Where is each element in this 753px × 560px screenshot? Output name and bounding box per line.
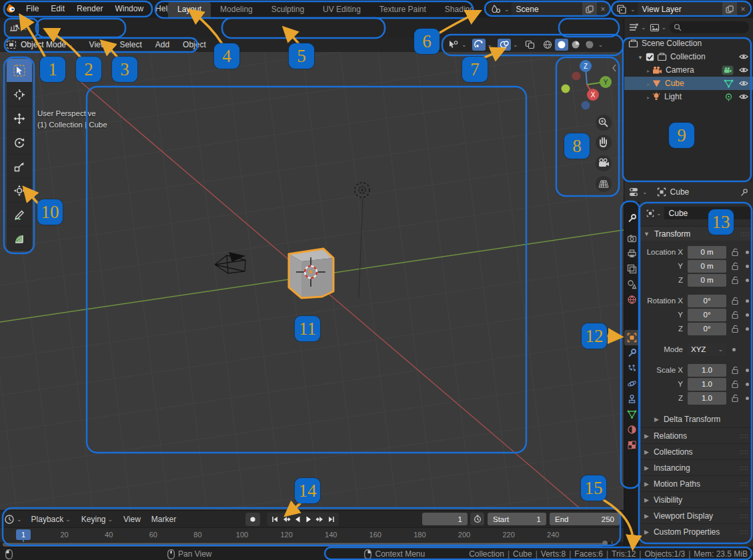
- transform-value-field[interactable]: 1.0: [688, 364, 726, 377]
- panel-instancing[interactable]: ▶Instancing::::: [640, 459, 753, 475]
- animate-dot-icon[interactable]: [746, 313, 749, 317]
- visibility-eye-icon[interactable]: [738, 79, 749, 88]
- mode-dropdown[interactable]: Object Mode⌄: [21, 40, 73, 49]
- panel-delta-transform[interactable]: ▶Delta Transform: [640, 411, 753, 427]
- object-name-field[interactable]: Cube: [664, 207, 751, 219]
- properties-tab-particles[interactable]: [624, 361, 640, 376]
- visibility-eye-icon[interactable]: [738, 92, 749, 101]
- jump-to-start-button[interactable]: [269, 513, 280, 525]
- scene-name[interactable]: Scene: [512, 2, 582, 16]
- properties-tab-texture[interactable]: [624, 437, 640, 453]
- transform-value-field[interactable]: 0°: [688, 295, 726, 307]
- animate-dot-icon[interactable]: [746, 251, 749, 254]
- outliner-row-cube[interactable]: ▸Cube: [624, 77, 753, 90]
- jump-to-end-button[interactable]: [325, 513, 337, 525]
- new-view-layer-button[interactable]: [722, 2, 737, 16]
- frame-end-field[interactable]: End250: [550, 513, 620, 525]
- outliner-display-mode-icon[interactable]: [650, 23, 660, 32]
- tool-scale-button[interactable]: [7, 155, 32, 179]
- use-preview-range-button[interactable]: [470, 513, 484, 525]
- timeline-menu-keying[interactable]: Keying⌄: [76, 515, 118, 524]
- lock-open-icon[interactable]: [730, 275, 740, 285]
- new-scene-button[interactable]: [582, 2, 597, 16]
- properties-tab-output[interactable]: [624, 246, 640, 261]
- viewport-3d[interactable]: User Perspective (1) Collection | Cube: [0, 52, 624, 510]
- current-frame-field[interactable]: 1: [422, 513, 468, 525]
- animate-dot-icon[interactable]: [746, 279, 749, 282]
- workspace-tab-sculpting[interactable]: Sculpting: [262, 1, 313, 18]
- properties-tab-material[interactable]: [624, 422, 640, 437]
- timeline-menu-playback[interactable]: Playback⌄: [26, 515, 76, 524]
- animate-dot-icon[interactable]: [746, 383, 749, 386]
- scene-icon[interactable]: [490, 4, 501, 15]
- properties-tab-physics[interactable]: [624, 376, 640, 391]
- outliner-item-label[interactable]: Camera: [666, 65, 722, 75]
- editor-type-icon[interactable]: [6, 40, 17, 49]
- next-keyframe-button[interactable]: [314, 513, 325, 525]
- tool-cursor-button[interactable]: [7, 83, 32, 107]
- play-button[interactable]: [303, 513, 314, 525]
- pin-icon[interactable]: [740, 188, 748, 197]
- blender-logo-icon[interactable]: [5, 3, 18, 15]
- outliner-item-label[interactable]: Cube: [665, 79, 724, 88]
- animate-dot-icon[interactable]: [746, 369, 749, 372]
- outliner-filter-icon[interactable]: [628, 23, 639, 32]
- properties-tab-tool[interactable]: [624, 211, 640, 226]
- unlink-scene-button[interactable]: ×: [597, 2, 609, 16]
- lock-open-icon[interactable]: [730, 365, 740, 375]
- xray-toggle[interactable]: [524, 39, 537, 51]
- animate-dot-icon[interactable]: [732, 348, 736, 351]
- outliner-search-input[interactable]: [670, 21, 749, 33]
- outliner-item-label[interactable]: Collection: [670, 52, 734, 61]
- navigation-gizmo[interactable]: Z Y X: [557, 57, 619, 197]
- tool-annotate-button[interactable]: [7, 203, 32, 227]
- play-reverse-button[interactable]: [291, 513, 303, 525]
- animate-dot-icon[interactable]: [746, 265, 749, 268]
- camera-data-icon[interactable]: [722, 65, 734, 75]
- lock-open-icon[interactable]: [730, 310, 740, 319]
- transform-value-field[interactable]: 1.0: [688, 378, 726, 391]
- lock-open-icon[interactable]: [730, 324, 740, 333]
- transform-value-field[interactable]: 0°: [688, 309, 726, 321]
- view-layer-icon[interactable]: [616, 4, 627, 15]
- tool-transform-button[interactable]: [7, 179, 32, 203]
- shading-solid-icon[interactable]: [555, 39, 568, 51]
- view-layer-name[interactable]: View Layer: [638, 2, 722, 16]
- transform-mode-dropdown[interactable]: XYZ⌄: [688, 343, 726, 356]
- properties-tab-scene[interactable]: [624, 277, 640, 292]
- remove-view-layer-button[interactable]: ×: [737, 2, 749, 16]
- menu-file[interactable]: File: [20, 0, 45, 18]
- mesh-data-icon[interactable]: [724, 79, 734, 88]
- animate-dot-icon[interactable]: [746, 299, 749, 303]
- panel-motion-paths[interactable]: ▶Motion Paths::::: [640, 475, 753, 491]
- properties-tab-object-data[interactable]: [624, 407, 640, 422]
- selectability-dropdown[interactable]: [446, 39, 460, 51]
- workspace-tab-uv-editing[interactable]: UV Editing: [313, 1, 370, 18]
- auto-keying-button[interactable]: [245, 513, 260, 526]
- menu-edit[interactable]: Edit: [45, 0, 71, 18]
- outliner-item-label[interactable]: Light: [664, 92, 724, 101]
- timeline-ruler[interactable]: 1 20406080100120140160180200220240: [0, 527, 624, 542]
- panel-custom-properties[interactable]: ▶Custom Properties::::: [640, 523, 753, 539]
- shading-material-icon[interactable]: [569, 39, 582, 51]
- workspace-tab-shading[interactable]: Shading: [436, 1, 484, 18]
- properties-tab-world[interactable]: [624, 292, 640, 307]
- properties-tab-render[interactable]: [624, 231, 640, 246]
- transform-value-field[interactable]: 1.0: [688, 392, 726, 405]
- workspace-tab-layout[interactable]: Layout: [168, 1, 211, 18]
- properties-editor-icon[interactable]: [629, 187, 640, 197]
- menu-render[interactable]: Render: [71, 0, 109, 18]
- gizmo-toggle[interactable]: [472, 39, 486, 51]
- transform-value-field[interactable]: 0°: [688, 323, 726, 335]
- tool-settings-editor-button[interactable]: ⌄: [6, 20, 31, 36]
- viewport-menu-add[interactable]: Add: [149, 37, 176, 52]
- scroll-collapse-arrow[interactable]: ‹: [611, 539, 613, 546]
- tool-select-box-button[interactable]: [7, 59, 32, 83]
- frame-start-field[interactable]: Start1: [488, 513, 546, 525]
- timeline-editor-icon[interactable]: [4, 514, 15, 525]
- visibility-eye-icon[interactable]: [738, 52, 749, 61]
- prev-keyframe-button[interactable]: [280, 513, 291, 525]
- viewport-menu-object[interactable]: Object: [176, 37, 213, 52]
- disclosure-icon[interactable]: ▼: [638, 52, 646, 61]
- outliner-row-light[interactable]: ▸Light: [624, 90, 753, 103]
